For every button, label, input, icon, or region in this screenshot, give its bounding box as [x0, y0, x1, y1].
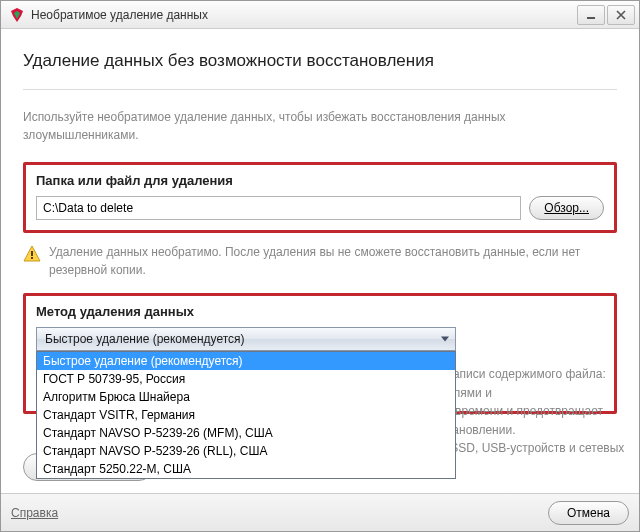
path-group: Папка или файл для удаления Обзор...	[23, 162, 617, 233]
window-title: Необратимое удаление данных	[31, 8, 575, 22]
method-group-title: Метод удаления данных	[36, 304, 604, 319]
chevron-down-icon	[441, 337, 449, 342]
warning-icon	[23, 245, 41, 263]
method-combo[interactable]: Быстрое удаление (рекомендуется)	[36, 327, 456, 351]
footer: Справка Отмена	[1, 493, 639, 531]
method-option[interactable]: Быстрое удаление (рекомендуется)	[37, 352, 455, 370]
method-option[interactable]: Алгоритм Брюса Шнайера	[37, 388, 455, 406]
method-option[interactable]: Стандарт NAVSO P-5239-26 (RLL), США	[37, 442, 455, 460]
method-combo-value: Быстрое удаление (рекомендуется)	[45, 332, 245, 346]
svg-rect-1	[31, 251, 33, 256]
content-area: Удаление данных без возможности восстано…	[1, 29, 639, 493]
browse-button[interactable]: Обзор...	[529, 196, 604, 220]
cancel-button[interactable]: Отмена	[548, 501, 629, 525]
path-row: Обзор...	[36, 196, 604, 220]
warning-text: Удаление данных необратимо. После удален…	[49, 243, 617, 279]
page-title: Удаление данных без возможности восстано…	[23, 51, 617, 71]
divider	[23, 89, 617, 90]
method-option[interactable]: ГОСТ Р 50739-95, Россия	[37, 370, 455, 388]
method-option[interactable]: Стандарт NAVSO P-5239-26 (MFM), США	[37, 424, 455, 442]
close-button[interactable]	[607, 5, 635, 25]
method-option[interactable]: Стандарт 5250.22-M, США	[37, 460, 455, 478]
kaspersky-icon	[9, 7, 25, 23]
titlebar: Необратимое удаление данных	[1, 1, 639, 29]
method-description-fragment: езаписи содержимого файла: нулями и го в…	[441, 365, 631, 458]
method-option[interactable]: Стандарт VSITR, Германия	[37, 406, 455, 424]
intro-text: Используйте необратимое удаление данных,…	[23, 108, 617, 144]
svg-rect-2	[31, 257, 33, 259]
path-input[interactable]	[36, 196, 521, 220]
warning-row: Удаление данных необратимо. После удален…	[23, 243, 617, 279]
path-group-title: Папка или файл для удаления	[36, 173, 604, 188]
dialog-window: Необратимое удаление данных Удаление дан…	[0, 0, 640, 532]
method-dropdown: Быстрое удаление (рекомендуется) ГОСТ Р …	[36, 351, 456, 479]
minimize-button[interactable]	[577, 5, 605, 25]
help-link[interactable]: Справка	[11, 506, 58, 520]
svg-rect-0	[587, 17, 595, 19]
